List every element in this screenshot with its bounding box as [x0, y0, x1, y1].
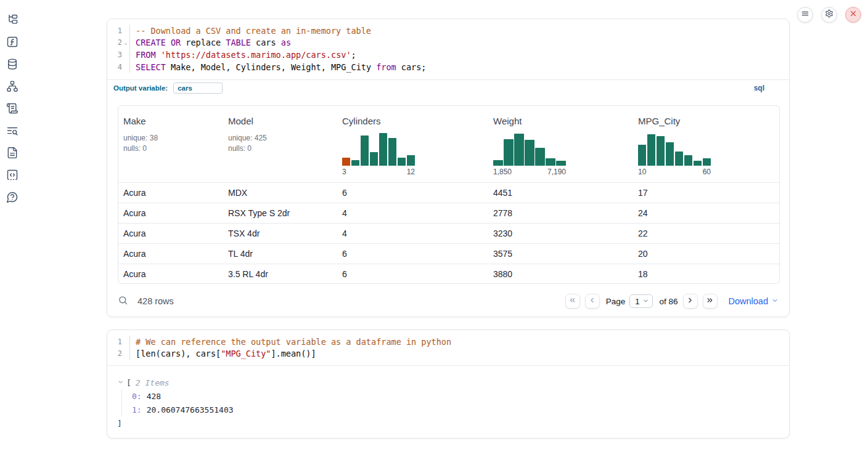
- last-page-button[interactable]: [703, 294, 718, 309]
- code-line[interactable]: 2⌄CREATE OR replace TABLE cars as: [107, 37, 789, 49]
- data-table: Makeunique: 38nulls: 0Modelunique: 425nu…: [118, 105, 780, 284]
- item-value: 428: [147, 392, 161, 401]
- code-text[interactable]: # We can reference the output variable a…: [129, 336, 789, 348]
- code-line[interactable]: 1-- Download a CSV and create an in-memo…: [107, 25, 789, 37]
- histogram-bar[interactable]: [694, 161, 702, 166]
- histogram-bar[interactable]: [351, 160, 359, 166]
- column-stat: unique: 38: [123, 133, 218, 144]
- code-line[interactable]: 1# We can reference the output variable …: [107, 336, 789, 348]
- menu-button[interactable]: [797, 7, 813, 23]
- table-row[interactable]: Acura3.5 RL 4dr6388018: [118, 264, 779, 284]
- notebook-actions: [797, 7, 861, 23]
- code-text[interactable]: [len(cars), cars["MPG_City"].mean()]: [129, 348, 789, 360]
- python-editor[interactable]: 1# We can reference the output variable …: [107, 330, 789, 365]
- column-header-mpg_city[interactable]: MPG_City1060: [633, 106, 779, 182]
- histogram-bar[interactable]: [675, 152, 683, 166]
- sidebar-item-functions[interactable]: [6, 36, 18, 48]
- list-item[interactable]: 0:428: [132, 389, 789, 403]
- histogram-range-labels: 1,8507,190: [493, 168, 566, 176]
- code-token: ;: [351, 50, 356, 60]
- histogram-bar[interactable]: [666, 142, 674, 166]
- histogram-bar[interactable]: [546, 158, 555, 166]
- column-name: Weight: [493, 116, 628, 126]
- code-text[interactable]: CREATE OR replace TABLE cars as: [129, 37, 789, 49]
- file-explorer-icon: [6, 17, 18, 28]
- snippets-icon: [6, 172, 18, 183]
- code-token: OR: [171, 38, 181, 47]
- histogram-bar[interactable]: [556, 161, 566, 166]
- next-page-button[interactable]: [683, 294, 698, 309]
- code-text[interactable]: FROM 'https://datasets.marimo.app/cars.c…: [129, 49, 789, 61]
- line-number: 2: [107, 349, 122, 358]
- sidebar-item-file-explorer[interactable]: [6, 14, 18, 26]
- sidebar-item-outline-search[interactable]: [6, 124, 18, 137]
- shutdown-button[interactable]: [845, 7, 861, 23]
- sidebar-item-dependency-graph[interactable]: [6, 80, 18, 92]
- sidebar-item-datasources[interactable]: [6, 58, 18, 70]
- collapse-chevron-icon[interactable]: [117, 378, 124, 387]
- code-token: cars;: [396, 62, 427, 72]
- histogram-range-label: 60: [703, 168, 711, 176]
- code-line[interactable]: 3FROM 'https://datasets.marimo.app/cars.…: [107, 49, 789, 61]
- code-line[interactable]: 2[len(cars), cars["MPG_City"].mean()]: [107, 348, 789, 360]
- histogram-bar[interactable]: [407, 155, 415, 166]
- code-text[interactable]: -- Download a CSV and create an in-memor…: [129, 25, 789, 37]
- code-token: FROM: [136, 50, 156, 60]
- page-select-value: 1: [635, 297, 639, 306]
- histogram-bar[interactable]: [361, 136, 369, 166]
- histogram-bar[interactable]: [514, 134, 524, 166]
- histogram-bar[interactable]: [525, 140, 534, 166]
- page-label: Page: [606, 297, 626, 306]
- histogram-bar[interactable]: [657, 136, 665, 166]
- histogram-range-labels: 1060: [638, 168, 711, 176]
- previous-page-button[interactable]: [585, 294, 600, 309]
- row-count: 428 rows: [137, 296, 174, 306]
- histogram-bar[interactable]: [388, 138, 396, 166]
- settings-button[interactable]: [821, 7, 837, 23]
- column-header-cylinders[interactable]: Cylinders312: [337, 106, 488, 182]
- histogram-bar[interactable]: [647, 134, 655, 166]
- histogram-bars: [342, 132, 415, 166]
- sidebar-item-help[interactable]: [6, 191, 18, 203]
- table-row[interactable]: AcuraMDX6445117: [118, 182, 779, 203]
- table-row[interactable]: AcuraRSX Type S 2dr4277824: [118, 203, 779, 223]
- line-number: 1: [107, 26, 122, 35]
- histogram-bar[interactable]: [342, 158, 350, 166]
- code-token: from: [376, 62, 396, 72]
- column-stat: unique: 425: [228, 133, 332, 144]
- sidebar-item-scratchpad[interactable]: [6, 102, 18, 115]
- column-header-model[interactable]: Modelunique: 425nulls: 0: [223, 106, 337, 182]
- histogram-bar[interactable]: [684, 155, 692, 166]
- table-cell: 3575: [488, 249, 633, 259]
- histogram-bar[interactable]: [504, 139, 514, 166]
- table-row[interactable]: AcuraTSX 4dr4323022: [118, 223, 779, 243]
- code-token: [156, 50, 161, 60]
- page-select[interactable]: 1: [629, 294, 653, 308]
- histogram-bar[interactable]: [703, 158, 711, 166]
- download-button[interactable]: Download: [729, 296, 779, 306]
- histogram-bar[interactable]: [379, 133, 387, 166]
- fold-chevron-icon[interactable]: ⌄: [122, 39, 129, 46]
- code-text[interactable]: SELECT Make, Model, Cylinders, Weight, M…: [129, 61, 789, 73]
- first-page-button[interactable]: [565, 294, 580, 309]
- list-item[interactable]: 1:20.060747663551403: [132, 403, 789, 416]
- histogram-bar[interactable]: [638, 145, 646, 166]
- chevron-down-icon: [639, 297, 649, 306]
- table-row[interactable]: AcuraTL 4dr6357520: [118, 243, 779, 264]
- table-cell: 3880: [488, 269, 633, 279]
- table-cell: MDX: [223, 188, 337, 198]
- column-header-weight[interactable]: Weight1,8507,190: [488, 106, 633, 182]
- search-icon[interactable]: [118, 295, 128, 308]
- histogram-bar[interactable]: [493, 160, 503, 166]
- column-header-make[interactable]: Makeunique: 38nulls: 0: [118, 106, 223, 182]
- histogram-bar[interactable]: [535, 148, 545, 166]
- sql-editor[interactable]: 1-- Download a CSV and create an in-memo…: [107, 19, 789, 73]
- histogram-bar[interactable]: [370, 152, 378, 166]
- sidebar-item-documentation[interactable]: [6, 147, 18, 159]
- download-label: Download: [729, 296, 769, 306]
- output-variable-input[interactable]: [173, 83, 223, 94]
- table-cell: Acura: [118, 229, 223, 238]
- sidebar-item-snippets[interactable]: [6, 169, 18, 181]
- histogram-bar[interactable]: [398, 158, 406, 166]
- code-line[interactable]: 4SELECT Make, Model, Cylinders, Weight, …: [107, 61, 789, 73]
